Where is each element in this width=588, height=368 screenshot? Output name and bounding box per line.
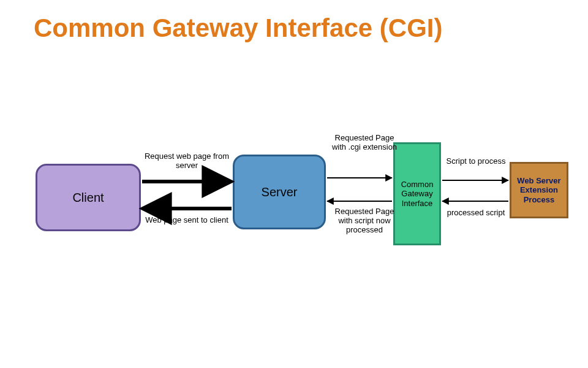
node-ext: Web Server Extension Process [510,162,568,218]
node-server: Server [233,155,326,229]
edge-label-client-to-server: Request web page from server [144,152,230,171]
node-server-label: Server [262,185,298,199]
edge-label-cgi-to-server: Requested Page with script now processed [331,207,398,235]
edge-label-cgi-to-ext: Script to process [442,157,510,166]
node-cgi: Common Gateway Interface [393,142,441,245]
edge-label-server-to-cgi: Requested Page with .cgi extension [331,134,398,152]
diagram-canvas: Client Server Common Gateway Interface W… [0,0,588,368]
node-client: Client [36,164,141,231]
node-cgi-label: Common Gateway Interface [398,180,437,209]
edge-label-server-to-client: Web page sent to client [144,216,230,225]
node-client-label: Client [72,191,104,205]
edge-label-ext-to-cgi: processed script [442,209,510,218]
node-ext-label: Web Server Extension Process [514,176,564,205]
